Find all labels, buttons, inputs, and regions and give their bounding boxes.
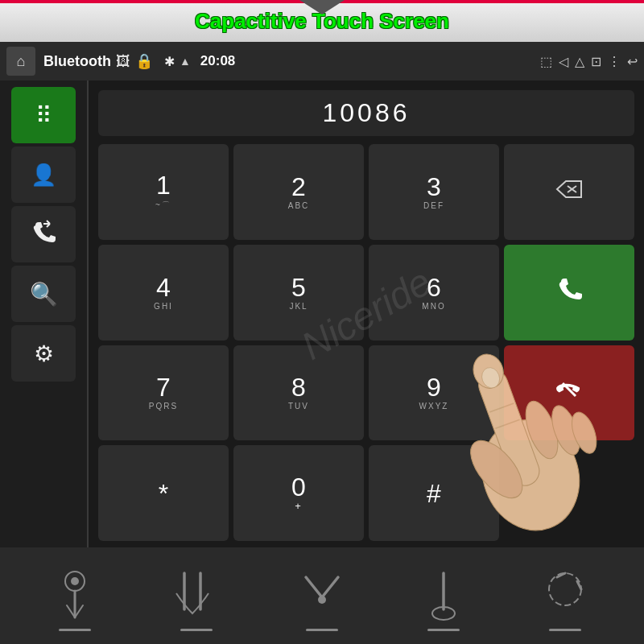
content-area: ⠿ 👤 🔍 ⚙ (0, 80, 644, 547)
dialed-number: 10086 (323, 98, 411, 127)
touch-gesture-icon (419, 561, 468, 625)
car-screen: ⌂ Bluetooth 🖼 🔒 ✱ ▲ 20:08 ⬚ ◁ △ ⊡ ⋮ ↩ ⠿ … (0, 42, 644, 547)
key-4-sub: GHI (154, 302, 173, 311)
bluetooth-app-label: Bluetooth (43, 53, 111, 70)
banner-title: Capactitive Touch Screen (195, 9, 449, 34)
key-9[interactable]: 9 WXYZ (369, 345, 499, 441)
key-call-red[interactable] (504, 345, 634, 441)
key-7-sub: PQRS (149, 402, 178, 411)
sidebar-item-search[interactable]: 🔍 (11, 266, 76, 322)
status-right-icons: ⬚ ◁ △ ⊡ ⋮ ↩ (540, 54, 638, 69)
pinch-gesture-icon (294, 561, 350, 625)
gesture-bar-4 (427, 629, 460, 631)
status-time: 20:08 (200, 53, 235, 69)
key-5[interactable]: 5 JKL (233, 245, 364, 341)
key-7-main: 7 (156, 374, 171, 400)
two-finger-gesture-icon (168, 561, 225, 625)
gesture-bar-3 (306, 629, 338, 631)
sidebar-item-settings[interactable]: ⚙ (11, 325, 76, 382)
recents-icon (31, 219, 56, 250)
home-icon: ⌂ (17, 53, 26, 70)
key-0-sub: + (295, 500, 303, 512)
gesture-rotate (537, 561, 593, 631)
key-8-sub: TUV (288, 402, 309, 411)
gesture-bar-1 (59, 629, 91, 631)
key-8[interactable]: 8 TUV (233, 345, 364, 441)
backspace-icon (555, 180, 583, 204)
svg-point-25 (549, 573, 581, 605)
back-icon[interactable]: ↩ (627, 54, 638, 69)
screen-icon: ⊡ (591, 54, 601, 69)
key-star-main: * (159, 481, 168, 506)
call-red-icon (556, 377, 582, 408)
menu-icon: ⋮ (608, 54, 621, 69)
gesture-tap (51, 561, 99, 631)
key-1-sub: ~⌒ (155, 200, 171, 211)
gesture-two-finger (168, 561, 225, 631)
sidebar-item-contacts[interactable]: 👤 (11, 147, 76, 203)
key-backspace[interactable] (504, 144, 634, 240)
home-button[interactable]: ⌂ (6, 47, 35, 76)
eject-icon: △ (575, 54, 584, 69)
media-icons: 🖼 🔒 (116, 52, 153, 70)
volume-icon: ◁ (559, 54, 568, 69)
key-3-main: 3 (427, 174, 441, 200)
key-star[interactable]: * (98, 445, 229, 541)
status-bar: ⌂ Bluetooth 🖼 🔒 ✱ ▲ 20:08 ⬚ ◁ △ ⊡ ⋮ ↩ (0, 42, 644, 80)
key-5-main: 5 (291, 275, 306, 300)
camera-status-icon: ⬚ (540, 54, 552, 69)
svg-line-20 (306, 577, 322, 597)
svg-point-22 (318, 596, 326, 604)
settings-icon: ⚙ (34, 341, 54, 367)
gestures-strip (0, 547, 644, 644)
key-2-sub: ABC (288, 201, 310, 210)
key-empty-4 (504, 445, 634, 541)
call-green-icon (556, 277, 582, 308)
bluetooth-status-icon: ✱ (164, 54, 175, 69)
key-hash-main: # (427, 481, 441, 506)
sidebar: ⠿ 👤 🔍 ⚙ (0, 80, 89, 547)
key-0-main: 0 (291, 474, 306, 500)
key-8-main: 8 (291, 374, 306, 400)
top-banner: Capactitive Touch Screen (0, 0, 644, 42)
sidebar-item-dialpad[interactable]: ⠿ (11, 87, 76, 143)
signal-icon: ▲ (180, 55, 191, 68)
key-call-green[interactable] (504, 245, 634, 341)
gesture-bar-2 (180, 629, 213, 631)
key-3-sub: DEF (423, 201, 444, 210)
dial-area: Niceride 10086 1 ~⌒ 2 ABC 3 DEF (89, 80, 644, 547)
tap-gesture-icon (51, 561, 99, 625)
key-0[interactable]: 0 + (233, 445, 364, 541)
search-icon: 🔍 (30, 281, 58, 308)
key-7[interactable]: 7 PQRS (98, 345, 229, 441)
number-display: 10086 (98, 90, 634, 136)
key-4[interactable]: 4 GHI (98, 245, 229, 341)
key-1[interactable]: 1 ~⌒ (98, 144, 229, 240)
keypad: 1 ~⌒ 2 ABC 3 DEF (98, 144, 634, 541)
gesture-pinch (294, 561, 350, 631)
gesture-touch (419, 561, 468, 631)
key-2-main: 2 (291, 174, 306, 200)
key-hash[interactable]: # (369, 445, 499, 541)
svg-point-14 (71, 577, 79, 585)
key-2[interactable]: 2 ABC (233, 144, 364, 240)
key-6[interactable]: 6 MNO (369, 245, 499, 341)
key-4-main: 4 (156, 275, 171, 300)
key-6-main: 6 (427, 275, 441, 300)
key-3[interactable]: 3 DEF (369, 144, 499, 240)
key-5-sub: JKL (289, 302, 308, 311)
rotate-gesture-icon (537, 561, 593, 625)
contacts-icon: 👤 (31, 163, 56, 188)
key-9-main: 9 (427, 374, 441, 400)
svg-line-21 (322, 577, 338, 597)
gesture-bar-5 (549, 629, 581, 631)
image-icon: 🖼 (116, 53, 130, 70)
key-6-sub: MNO (422, 302, 445, 311)
lock-icon: 🔒 (135, 52, 153, 70)
dialpad-icon: ⠿ (35, 102, 52, 129)
key-9-sub: WXYZ (419, 402, 449, 411)
key-1-main: 1 (156, 172, 171, 198)
sidebar-item-recents[interactable] (11, 206, 76, 262)
